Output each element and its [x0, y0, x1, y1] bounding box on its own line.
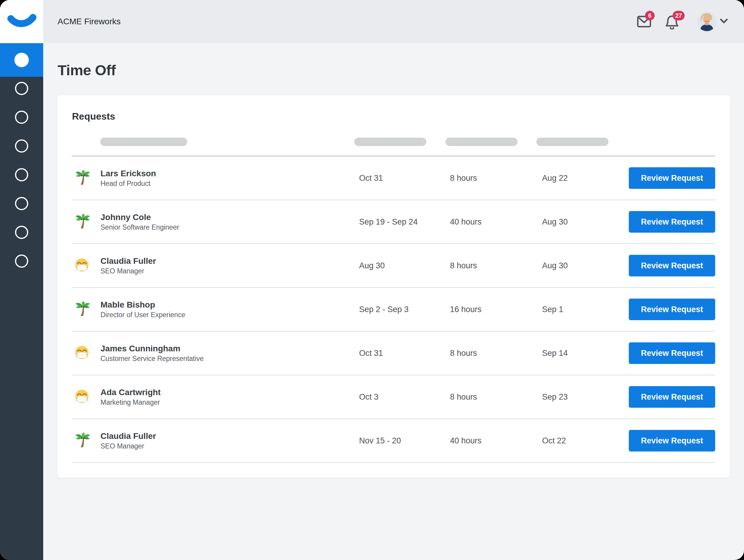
- request-row: Claudia Fuller SEO Manager Aug 30 8 hour…: [72, 244, 715, 288]
- app-window: ACME Fireworks 6 27: [0, 0, 744, 560]
- employee-name: Ada Cartwright: [101, 387, 359, 398]
- sidebar-item-2[interactable]: [0, 103, 43, 132]
- employee-name: Lars Erickson: [101, 168, 359, 179]
- request-row: Lars Erickson Head of Product Oct 31 8 h…: [72, 157, 715, 200]
- face-mask-icon: [72, 345, 89, 361]
- requests-card: Requests Lars Erickson Head of Product O…: [57, 95, 730, 478]
- card-title: Requests: [72, 111, 115, 122]
- nav-dot-icon: [15, 197, 28, 210]
- sidebar-item-4[interactable]: [0, 160, 43, 189]
- employee-role: SEO Manager: [101, 442, 359, 451]
- sidebar-item-3[interactable]: [0, 132, 43, 160]
- request-dates: Nov 15 - 20: [359, 436, 450, 445]
- table-header-placeholders: [72, 137, 715, 146]
- request-dates: Sep 2 - Sep 3: [359, 305, 450, 314]
- employee-role: Head of Product: [101, 179, 359, 188]
- request-dates: Oct 31: [359, 349, 450, 358]
- sidebar-item-6[interactable]: [0, 218, 43, 247]
- request-submitted-date: Sep 14: [542, 349, 629, 358]
- face-mask-icon: [72, 258, 89, 273]
- nav-dot-icon: [15, 82, 28, 95]
- request-dates: Oct 3: [359, 392, 450, 402]
- request-hours: 8 hours: [450, 349, 542, 358]
- palm-tree-icon: [72, 213, 90, 230]
- request-dates: Aug 30: [359, 261, 450, 270]
- request-row: James Cunningham Customer Service Repres…: [72, 331, 715, 375]
- top-bar: ACME Fireworks 6 27: [0, 0, 744, 43]
- request-submitted-date: Oct 22: [542, 436, 629, 445]
- nav-dot-icon: [15, 111, 28, 124]
- user-avatar[interactable]: [697, 11, 717, 31]
- request-hours: 40 hours: [450, 436, 542, 445]
- column-header-placeholder-submitted: [536, 137, 608, 146]
- active-nav-dot-icon: [14, 53, 29, 67]
- nav-dot-icon: [15, 168, 28, 182]
- review-request-button[interactable]: Review Request: [629, 255, 715, 276]
- request-submitted-date: Sep 1: [542, 305, 629, 314]
- employee-name: James Cunningham: [101, 343, 359, 354]
- request-hours: 8 hours: [450, 392, 542, 402]
- request-row: Claudia Fuller SEO Manager Nov 15 - 20 4…: [72, 419, 715, 463]
- request-hours: 8 hours: [450, 173, 542, 183]
- face-mask-icon: [72, 389, 89, 405]
- app-logo[interactable]: [0, 0, 43, 43]
- palm-tree-icon: [72, 432, 90, 449]
- palm-tree-icon: [72, 170, 90, 187]
- column-header-placeholder-dates: [354, 137, 426, 146]
- sidebar-nav-list: [0, 74, 43, 276]
- request-submitted-date: Aug 30: [542, 217, 629, 227]
- review-request-button[interactable]: Review Request: [629, 343, 715, 364]
- chevron-down-icon: [720, 18, 728, 24]
- request-dates: Sep 19 - Sep 24: [359, 217, 450, 227]
- review-request-button[interactable]: Review Request: [629, 298, 715, 320]
- request-hours: 8 hours: [450, 261, 542, 270]
- messages-badge: 6: [645, 11, 655, 21]
- main-content: Time Off Requests Lars Erickson Head of …: [43, 43, 744, 560]
- nav-dot-icon: [15, 226, 28, 239]
- request-hours: 16 hours: [450, 305, 542, 314]
- sidebar-item-0-active[interactable]: [0, 43, 43, 77]
- request-row: Mable Bishop Director of User Experience…: [72, 288, 715, 331]
- employee-role: SEO Manager: [101, 267, 359, 276]
- sidebar: [0, 43, 43, 560]
- request-hours: 40 hours: [450, 217, 542, 227]
- employee-name: Claudia Fuller: [101, 255, 359, 267]
- request-submitted-date: Aug 22: [542, 173, 629, 183]
- company-name: ACME Fireworks: [58, 0, 121, 43]
- request-row: Ada Cartwright Marketing Manager Oct 3 8…: [72, 375, 715, 419]
- column-header-placeholder-employee: [100, 137, 187, 146]
- request-submitted-date: Sep 23: [542, 392, 629, 402]
- nav-dot-icon: [15, 139, 28, 153]
- sidebar-item-1[interactable]: [0, 74, 43, 103]
- employee-role: Customer Service Representative: [101, 354, 359, 363]
- sidebar-item-7[interactable]: [0, 247, 43, 276]
- column-header-placeholder-hours: [446, 137, 518, 146]
- employee-name: Johnny Cole: [101, 212, 359, 223]
- employee-name: Claudia Fuller: [101, 431, 359, 442]
- request-submitted-date: Aug 30: [542, 261, 629, 270]
- smile-logo-icon: [0, 0, 43, 43]
- employee-role: Marketing Manager: [101, 398, 359, 407]
- request-row: Johnny Cole Senior Software Engineer Sep…: [72, 200, 715, 244]
- sidebar-item-5[interactable]: [0, 189, 43, 218]
- request-dates: Oct 31: [359, 173, 450, 183]
- employee-role: Senior Software Engineer: [101, 223, 359, 232]
- review-request-button[interactable]: Review Request: [629, 386, 715, 408]
- review-request-button[interactable]: Review Request: [629, 211, 715, 233]
- employee-role: Director of User Experience: [101, 310, 359, 320]
- user-avatar-photo: [697, 11, 717, 31]
- account-menu-toggle[interactable]: [720, 18, 728, 25]
- palm-tree-icon: [72, 301, 90, 318]
- review-request-button[interactable]: Review Request: [629, 167, 715, 189]
- nav-dot-icon: [15, 254, 28, 268]
- notifications-badge: 27: [673, 11, 684, 21]
- review-request-button[interactable]: Review Request: [629, 430, 715, 451]
- page-title: Time Off: [58, 62, 116, 79]
- employee-name: Mable Bishop: [101, 299, 359, 310]
- requests-table: Lars Erickson Head of Product Oct 31 8 h…: [72, 156, 715, 463]
